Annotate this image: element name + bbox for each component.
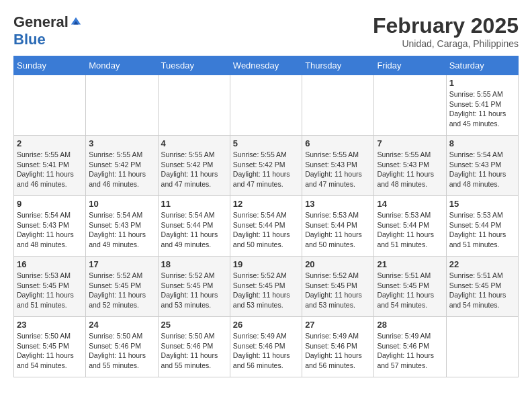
calendar-cell: 8Sunrise: 5:54 AM Sunset: 5:43 PM Daylig…: [446, 136, 518, 196]
day-number: 11: [161, 199, 227, 209]
day-number: 16: [17, 259, 83, 269]
calendar-header-monday: Monday: [86, 56, 158, 75]
calendar-cell: 2Sunrise: 5:55 AM Sunset: 5:41 PM Daylig…: [14, 136, 86, 196]
calendar-cell: 25Sunrise: 5:50 AM Sunset: 5:46 PM Dayli…: [158, 317, 230, 377]
logo-blue-text: Blue: [13, 31, 46, 48]
day-info: Sunrise: 5:52 AM Sunset: 5:45 PM Dayligh…: [89, 271, 154, 310]
calendar-cell: [14, 75, 86, 136]
day-info: Sunrise: 5:52 AM Sunset: 5:45 PM Dayligh…: [305, 271, 371, 310]
day-info: Sunrise: 5:49 AM Sunset: 5:46 PM Dayligh…: [377, 331, 443, 371]
day-number: 3: [89, 138, 154, 148]
calendar-week-row: 1Sunrise: 5:55 AM Sunset: 5:41 PM Daylig…: [14, 75, 519, 136]
day-number: 6: [305, 138, 371, 148]
day-info: Sunrise: 5:52 AM Sunset: 5:45 PM Dayligh…: [161, 271, 227, 310]
day-number: 21: [377, 259, 443, 269]
day-number: 1: [449, 78, 515, 88]
day-number: 12: [233, 199, 299, 209]
day-number: 23: [17, 320, 83, 330]
day-number: 15: [449, 199, 515, 209]
day-info: Sunrise: 5:55 AM Sunset: 5:41 PM Dayligh…: [449, 89, 515, 129]
day-info: Sunrise: 5:55 AM Sunset: 5:42 PM Dayligh…: [161, 150, 227, 189]
day-info: Sunrise: 5:55 AM Sunset: 5:43 PM Dayligh…: [377, 150, 443, 189]
calendar-cell: 26Sunrise: 5:49 AM Sunset: 5:46 PM Dayli…: [230, 317, 302, 377]
day-info: Sunrise: 5:53 AM Sunset: 5:44 PM Dayligh…: [449, 210, 515, 250]
day-number: 7: [377, 138, 443, 148]
logo-general-text: General: [13, 13, 69, 31]
calendar-cell: 17Sunrise: 5:52 AM Sunset: 5:45 PM Dayli…: [86, 257, 158, 317]
day-number: 9: [17, 199, 83, 209]
day-number: 27: [305, 320, 371, 330]
day-info: Sunrise: 5:49 AM Sunset: 5:46 PM Dayligh…: [233, 331, 299, 371]
day-info: Sunrise: 5:54 AM Sunset: 5:43 PM Dayligh…: [449, 150, 515, 189]
day-number: 10: [89, 199, 154, 209]
calendar-cell: 12Sunrise: 5:54 AM Sunset: 5:44 PM Dayli…: [230, 196, 302, 257]
day-info: Sunrise: 5:53 AM Sunset: 5:44 PM Dayligh…: [377, 210, 443, 250]
calendar-cell: 22Sunrise: 5:51 AM Sunset: 5:45 PM Dayli…: [446, 257, 518, 317]
day-info: Sunrise: 5:54 AM Sunset: 5:44 PM Dayligh…: [161, 210, 227, 250]
calendar-cell: 4Sunrise: 5:55 AM Sunset: 5:42 PM Daylig…: [158, 136, 230, 196]
calendar-week-row: 2Sunrise: 5:55 AM Sunset: 5:41 PM Daylig…: [14, 136, 519, 196]
day-number: 8: [449, 138, 515, 148]
calendar-cell: [86, 75, 158, 136]
calendar-header-friday: Friday: [374, 56, 446, 75]
day-number: 2: [17, 138, 83, 148]
page-header: General Blue February 2025 Unidad, Carag…: [13, 13, 519, 49]
day-number: 13: [305, 199, 371, 209]
calendar-cell: [158, 75, 230, 136]
location-subtitle: Unidad, Caraga, Philippines: [373, 38, 519, 49]
calendar-cell: 9Sunrise: 5:54 AM Sunset: 5:43 PM Daylig…: [14, 196, 86, 257]
calendar-cell: 14Sunrise: 5:53 AM Sunset: 5:44 PM Dayli…: [374, 196, 446, 257]
calendar-cell: 15Sunrise: 5:53 AM Sunset: 5:44 PM Dayli…: [446, 196, 518, 257]
day-info: Sunrise: 5:54 AM Sunset: 5:43 PM Dayligh…: [17, 210, 83, 250]
day-number: 20: [305, 259, 371, 269]
day-number: 22: [449, 259, 515, 269]
calendar-cell: [446, 317, 518, 377]
day-info: Sunrise: 5:54 AM Sunset: 5:44 PM Dayligh…: [233, 210, 299, 250]
month-year-title: February 2025: [373, 13, 519, 38]
day-number: 25: [161, 320, 227, 330]
day-info: Sunrise: 5:51 AM Sunset: 5:45 PM Dayligh…: [449, 271, 515, 310]
calendar-cell: 1Sunrise: 5:55 AM Sunset: 5:41 PM Daylig…: [446, 75, 518, 136]
calendar-cell: 19Sunrise: 5:52 AM Sunset: 5:45 PM Dayli…: [230, 257, 302, 317]
calendar-header-thursday: Thursday: [302, 56, 374, 75]
calendar-cell: 18Sunrise: 5:52 AM Sunset: 5:45 PM Dayli…: [158, 257, 230, 317]
day-info: Sunrise: 5:53 AM Sunset: 5:44 PM Dayligh…: [305, 210, 371, 250]
calendar-cell: 27Sunrise: 5:49 AM Sunset: 5:46 PM Dayli…: [302, 317, 374, 377]
day-info: Sunrise: 5:55 AM Sunset: 5:41 PM Dayligh…: [17, 150, 83, 189]
day-info: Sunrise: 5:50 AM Sunset: 5:46 PM Dayligh…: [161, 331, 227, 371]
calendar-week-row: 23Sunrise: 5:50 AM Sunset: 5:45 PM Dayli…: [14, 317, 519, 377]
day-number: 4: [161, 138, 227, 148]
calendar-week-row: 16Sunrise: 5:53 AM Sunset: 5:45 PM Dayli…: [14, 257, 519, 317]
logo: General Blue: [13, 13, 82, 48]
calendar-header-row: SundayMondayTuesdayWednesdayThursdayFrid…: [14, 56, 519, 75]
calendar-week-row: 9Sunrise: 5:54 AM Sunset: 5:43 PM Daylig…: [14, 196, 519, 257]
calendar-cell: 5Sunrise: 5:55 AM Sunset: 5:42 PM Daylig…: [230, 136, 302, 196]
calendar-cell: 23Sunrise: 5:50 AM Sunset: 5:45 PM Dayli…: [14, 317, 86, 377]
calendar-cell: [302, 75, 374, 136]
calendar-cell: 7Sunrise: 5:55 AM Sunset: 5:43 PM Daylig…: [374, 136, 446, 196]
day-info: Sunrise: 5:52 AM Sunset: 5:45 PM Dayligh…: [233, 271, 299, 310]
title-section: February 2025 Unidad, Caraga, Philippine…: [373, 13, 519, 49]
day-number: 24: [89, 320, 154, 330]
day-info: Sunrise: 5:50 AM Sunset: 5:46 PM Dayligh…: [89, 331, 154, 371]
logo-icon: [70, 16, 82, 28]
calendar-cell: 24Sunrise: 5:50 AM Sunset: 5:46 PM Dayli…: [86, 317, 158, 377]
calendar-cell: [374, 75, 446, 136]
day-info: Sunrise: 5:55 AM Sunset: 5:42 PM Dayligh…: [89, 150, 154, 189]
day-info: Sunrise: 5:55 AM Sunset: 5:43 PM Dayligh…: [305, 150, 371, 189]
day-info: Sunrise: 5:49 AM Sunset: 5:46 PM Dayligh…: [305, 331, 371, 371]
day-info: Sunrise: 5:53 AM Sunset: 5:45 PM Dayligh…: [17, 271, 83, 310]
day-info: Sunrise: 5:51 AM Sunset: 5:45 PM Dayligh…: [377, 271, 443, 310]
calendar-header-sunday: Sunday: [14, 56, 86, 75]
day-info: Sunrise: 5:50 AM Sunset: 5:45 PM Dayligh…: [17, 331, 83, 371]
calendar-cell: 16Sunrise: 5:53 AM Sunset: 5:45 PM Dayli…: [14, 257, 86, 317]
calendar-cell: [230, 75, 302, 136]
calendar-cell: 11Sunrise: 5:54 AM Sunset: 5:44 PM Dayli…: [158, 196, 230, 257]
calendar-cell: 6Sunrise: 5:55 AM Sunset: 5:43 PM Daylig…: [302, 136, 374, 196]
day-info: Sunrise: 5:55 AM Sunset: 5:42 PM Dayligh…: [233, 150, 299, 189]
calendar-cell: 21Sunrise: 5:51 AM Sunset: 5:45 PM Dayli…: [374, 257, 446, 317]
day-number: 14: [377, 199, 443, 209]
calendar-header-wednesday: Wednesday: [230, 56, 302, 75]
calendar-header-tuesday: Tuesday: [158, 56, 230, 75]
calendar-header-saturday: Saturday: [446, 56, 518, 75]
